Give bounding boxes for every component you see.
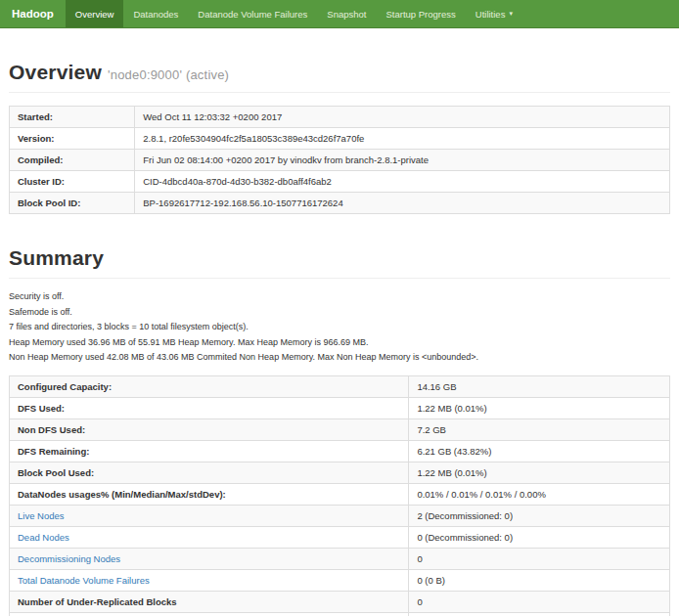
summary-status-lines: Security is off. Safemode is off. 7 file… bbox=[9, 291, 670, 362]
heap-memory-status: Heap Memory used 36.96 MB of 55.91 MB He… bbox=[9, 337, 670, 347]
nav-item-startup-progress[interactable]: Startup Progress bbox=[376, 0, 465, 27]
row-label: Block Pool ID: bbox=[10, 193, 135, 214]
hadoop-brand[interactable]: Hadoop bbox=[0, 0, 66, 27]
row-label: Live Nodes bbox=[10, 506, 409, 527]
safemode-status: Safemode is off. bbox=[9, 307, 670, 317]
total-datanode-volume-failures-link[interactable]: Total Datanode Volume Failures bbox=[18, 575, 150, 586]
row-value: 1.22 MB (0.01%) bbox=[409, 398, 670, 419]
nav-item-overview[interactable]: Overview bbox=[66, 0, 124, 27]
non-heap-memory-status: Non Heap Memory used 42.08 MB of 43.06 M… bbox=[9, 352, 670, 362]
security-status: Security is off. bbox=[9, 291, 670, 301]
row-label: Block Pool Used: bbox=[10, 462, 409, 484]
table-row: Block Pool ID: BP-1692617712-192.168.56.… bbox=[10, 193, 670, 214]
table-row: Number of Under-Replicated Blocks 0 bbox=[10, 592, 670, 613]
row-value: Fri Jun 02 08:14:00 +0200 2017 by vinodk… bbox=[135, 150, 670, 171]
table-row: Non DFS Used: 7.2 GB bbox=[10, 419, 670, 441]
row-label: DFS Remaining: bbox=[10, 441, 409, 462]
nav-item-datanode-volume-failures[interactable]: Datanode Volume Failures bbox=[188, 0, 317, 27]
nav-item-snapshot[interactable]: Snapshot bbox=[317, 0, 376, 27]
row-value: 0.01% / 0.01% / 0.01% / 0.00% bbox=[409, 484, 670, 506]
row-value: BP-1692617712-192.168.56.10-150771617262… bbox=[135, 193, 670, 214]
table-row: Compiled: Fri Jun 02 08:14:00 +0200 2017… bbox=[10, 150, 670, 171]
row-label: Compiled: bbox=[10, 150, 135, 171]
table-row: Total Datanode Volume Failures 0 (0 B) bbox=[10, 570, 670, 592]
dead-nodes-link[interactable]: Dead Nodes bbox=[18, 532, 69, 543]
chevron-down-icon: ▾ bbox=[509, 10, 513, 18]
namenode-address: 'node0:9000' (active) bbox=[108, 67, 229, 82]
row-value: 6.21 GB (43.82%) bbox=[409, 441, 670, 462]
row-value: 14.16 GB bbox=[409, 376, 670, 398]
table-row: Live Nodes 2 (Decommissioned: 0) bbox=[10, 506, 670, 527]
nav-item-datanodes[interactable]: Datanodes bbox=[123, 0, 188, 27]
overview-title: Overview bbox=[9, 61, 102, 83]
row-value: 7.2 GB bbox=[409, 419, 670, 441]
row-label: Number of Under-Replicated Blocks bbox=[10, 592, 409, 613]
row-value: 0 (Decommissioned: 0) bbox=[409, 527, 670, 549]
summary-table: Configured Capacity: 14.16 GB DFS Used: … bbox=[9, 375, 670, 616]
row-value: 0 bbox=[409, 549, 670, 570]
table-row: DFS Used: 1.22 MB (0.01%) bbox=[10, 398, 670, 419]
table-row: Version: 2.8.1, r20fe5304904fc2f5a18053c… bbox=[10, 128, 670, 150]
row-label: Number of Blocks Pending Deletion bbox=[10, 613, 409, 616]
row-value: 2.8.1, r20fe5304904fc2f5a18053c389e43cd2… bbox=[135, 128, 670, 150]
divider bbox=[9, 278, 670, 279]
row-value: 0 (0 B) bbox=[409, 570, 670, 592]
table-row: Configured Capacity: 14.16 GB bbox=[10, 376, 670, 398]
row-value: 0 bbox=[409, 592, 670, 613]
summary-title: Summary bbox=[9, 246, 670, 270]
page-title: Overview 'node0:9000' (active) bbox=[9, 61, 670, 84]
row-label: Configured Capacity: bbox=[10, 376, 409, 398]
row-label: Version: bbox=[10, 128, 135, 150]
table-row: Started: Wed Oct 11 12:03:32 +0200 2017 bbox=[10, 107, 670, 128]
table-row: Decommissioning Nodes 0 bbox=[10, 549, 670, 570]
row-value: Wed Oct 11 12:03:32 +0200 2017 bbox=[135, 107, 670, 128]
row-label: Decommissioning Nodes bbox=[10, 549, 409, 570]
row-label: Total Datanode Volume Failures bbox=[10, 570, 409, 592]
row-value: CID-4dbcd40a-870d-4d30-b382-db0aff4f6ab2 bbox=[135, 171, 670, 193]
main-content: Overview 'node0:9000' (active) Started: … bbox=[0, 61, 679, 616]
table-row: DFS Remaining: 6.21 GB (43.82%) bbox=[10, 441, 670, 462]
row-value: 1.22 MB (0.01%) bbox=[409, 462, 670, 484]
row-label: Dead Nodes bbox=[10, 527, 409, 549]
row-value: 2 (Decommissioned: 0) bbox=[409, 506, 670, 527]
table-row: Cluster ID: CID-4dbcd40a-870d-4d30-b382-… bbox=[10, 171, 670, 193]
row-label: DFS Used: bbox=[10, 398, 409, 419]
nav-item-utilities-label: Utilities bbox=[475, 9, 506, 20]
table-row: Block Pool Used: 1.22 MB (0.01%) bbox=[10, 462, 670, 484]
row-label: Started: bbox=[10, 107, 135, 128]
row-value: 0 bbox=[409, 613, 670, 616]
row-label: Cluster ID: bbox=[10, 171, 135, 193]
divider bbox=[9, 92, 670, 93]
table-row: Number of Blocks Pending Deletion 0 bbox=[10, 613, 670, 616]
table-row: DataNodes usages% (Min/Median/Max/stdDev… bbox=[10, 484, 670, 506]
table-row: Dead Nodes 0 (Decommissioned: 0) bbox=[10, 527, 670, 549]
nav-item-utilities[interactable]: Utilities ▾ bbox=[466, 0, 522, 27]
live-nodes-link[interactable]: Live Nodes bbox=[18, 510, 65, 521]
decommissioning-nodes-link[interactable]: Decommissioning Nodes bbox=[18, 553, 120, 564]
navbar: Hadoop Overview Datanodes Datanode Volum… bbox=[0, 0, 679, 28]
row-label: DataNodes usages% (Min/Median/Max/stdDev… bbox=[10, 484, 409, 506]
row-label: Non DFS Used: bbox=[10, 419, 409, 441]
filesystem-objects-status: 7 files and directories, 3 blocks = 10 t… bbox=[9, 322, 670, 331]
overview-table: Started: Wed Oct 11 12:03:32 +0200 2017 … bbox=[9, 106, 670, 214]
